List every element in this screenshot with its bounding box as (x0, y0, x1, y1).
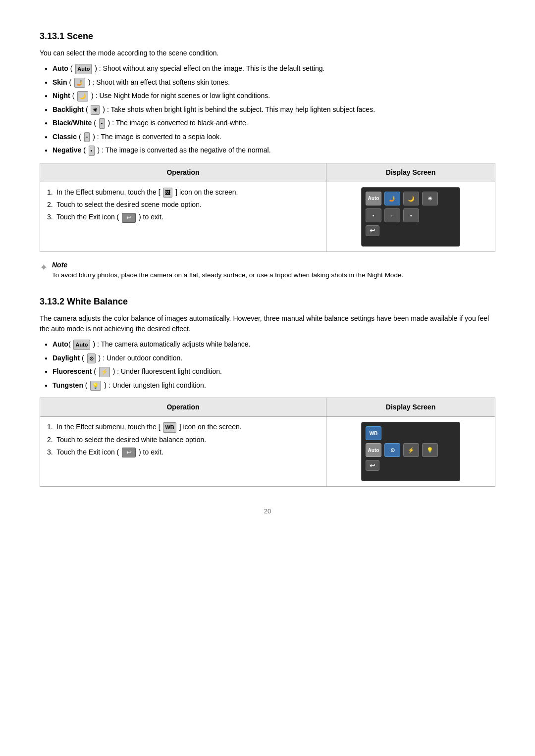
wb-ds-fluorescent: ⚡ (403, 443, 419, 457)
term-skin: Skin (53, 78, 67, 86)
list-item: Classic ( ▫ ) : The image is converted t… (45, 132, 495, 143)
bw-icon: ▪ (99, 118, 105, 129)
exit-icon-wb: ↩ (122, 448, 136, 457)
scene-intro: You can select the mode according to the… (40, 48, 495, 58)
negative-desc: : The image is converted as the negative… (102, 146, 270, 154)
backlight-icon: ☀ (91, 105, 100, 115)
wb-table-header: Operation Display Screen (40, 398, 495, 417)
backlight-desc: : Take shots when bright light is behind… (107, 105, 375, 113)
wb-icon-inline: WB (163, 422, 176, 433)
wb-op-header: Operation (40, 398, 326, 416)
list-item: Backlight ( ☀ ) : Take shots when bright… (45, 104, 495, 115)
tungsten-desc: : Under tungsten light condition. (108, 381, 206, 389)
bw-desc: : The image is converted to black-and-wh… (112, 119, 248, 127)
wb-ds-tungsten: 💡 (422, 443, 438, 457)
term-tungsten: Tungsten (53, 381, 83, 389)
effect-icon-scene: 🖼 (163, 188, 172, 198)
scene-table-header: Operation Display Screen (40, 163, 495, 182)
ds-exit-icon-scene: ↩ (366, 225, 379, 236)
exit-icon-scene: ↩ (122, 213, 136, 223)
scene-operations: 1. In the Effect submenu, touch the [ 🖼 … (40, 182, 326, 252)
term-negative: Negative (53, 146, 81, 154)
list-item: Fluorescent ( ⚡ ) : Under fluorescent li… (45, 366, 495, 377)
list-item: Night ( 🌙 ) : Use Night Mode for night s… (45, 91, 495, 101)
term-fluorescent: Fluorescent (53, 367, 92, 375)
scene-heading: 3.13.1 Scene (40, 30, 495, 43)
skin-desc: : Shoot with an effect that softens skin… (92, 78, 230, 86)
fluorescent-icon: ⚡ (99, 367, 110, 377)
wb-auto-icon: Auto (73, 340, 90, 350)
negative-icon: ▪ (89, 146, 95, 156)
wb-table-body: 1. In the Effect submenu, touch the [ WB… (40, 417, 495, 486)
wb-op-item-3: 3. Touch the Exit icon ( ↩ ) to exit. (47, 447, 319, 457)
wb-heading: 3.13.2 White Balance (40, 295, 495, 308)
wb-operations: 1. In the Effect submenu, touch the [ WB… (40, 417, 326, 486)
list-item: Negative ( ▪ ) : The image is converted … (45, 145, 495, 156)
page-number: 20 (40, 506, 495, 516)
ds-skin-icon: 🤳 (384, 192, 400, 205)
ds-night-icon: 🌙 (403, 192, 419, 205)
ds-exit-icon-wb: ↩ (366, 460, 379, 471)
op-item-3: 3. Touch the Exit icon ( ↩ ) to exit. (47, 212, 319, 222)
scene-screen-row1: Auto 🤳 🌙 ☀ (366, 192, 456, 205)
scene-bullet-list: Auto ( Auto ) : Shoot without any specia… (40, 63, 495, 156)
wb-ds-auto: Auto (366, 443, 381, 457)
scene-table-body: 1. In the Effect submenu, touch the [ 🖼 … (40, 182, 495, 252)
note-sun-icon: ✦ (40, 260, 48, 275)
wb-bullet-list: Auto( Auto ) : The camera automatically … (40, 339, 495, 391)
night-desc: : Use Night Mode for night scenes or low… (96, 92, 270, 100)
ds-classic-icon: ▫ (384, 208, 400, 222)
list-item: Auto ( Auto ) : Shoot without any specia… (45, 63, 495, 74)
wb-table: Operation Display Screen 1. In the Effec… (40, 398, 495, 487)
list-item: Skin ( 🤳 ) : Shoot with an effect that s… (45, 77, 495, 88)
tungsten-icon: 💡 (90, 381, 101, 391)
wb-screen-mockup: WB Auto ⊙ ⚡ 💡 ↩ (361, 422, 460, 481)
term-bw: Black/White (53, 119, 92, 127)
note-label: Note (52, 261, 67, 269)
term-auto: Auto (53, 64, 68, 72)
night-icon: 🌙 (77, 91, 88, 101)
fluorescent-desc: : Under fluorescent light condition. (117, 367, 222, 375)
ds-negative-icon: ▪ (403, 208, 419, 222)
ds-header: Display Screen (326, 163, 495, 182)
daylight-icon: ⊙ (87, 353, 96, 364)
auto-icon: Auto (75, 64, 92, 74)
term-wb-auto: Auto (53, 340, 68, 348)
op-item-2: 2. Touch to select the desired scene mod… (47, 200, 319, 210)
note-body: To avoid blurry photos, place the camera… (52, 270, 403, 280)
ds-bw-icon: ▪ (366, 208, 381, 222)
wb-op-item-2: 2. Touch to select the desired white bal… (47, 435, 319, 445)
wb-screen-row1: Auto ⊙ ⚡ 💡 (366, 443, 456, 457)
scene-screen-mockup: Auto 🤳 🌙 ☀ ▪ ▫ ▪ ↩ (361, 187, 460, 247)
wb-ds-daylight: ⊙ (384, 443, 400, 457)
scene-table: Operation Display Screen 1. In the Effec… (40, 163, 495, 252)
list-item: Daylight ( ⊙ ) : Under outdoor condition… (45, 353, 495, 364)
scene-screen-row3: ↩ (366, 225, 456, 236)
wb-ds-header: Display Screen (326, 398, 495, 416)
skin-icon: 🤳 (74, 78, 85, 88)
op-item-1: 1. In the Effect submenu, touch the [ 🖼 … (47, 187, 319, 198)
note-content: Note To avoid blurry photos, place the c… (52, 260, 403, 280)
daylight-desc: : Under outdoor condition. (103, 354, 182, 362)
scene-note: ✦ Note To avoid blurry photos, place the… (40, 260, 495, 280)
white-balance-section: 3.13.2 White Balance The camera adjusts … (40, 295, 495, 487)
auto-desc: : Shoot without any special effect on th… (99, 64, 325, 72)
wb-screen-row2: ↩ (366, 460, 456, 471)
wb-intro: The camera adjusts the color balance of … (40, 313, 495, 334)
wb-screen-label-row: WB (366, 426, 456, 440)
wb-display-screen: WB Auto ⊙ ⚡ 💡 ↩ (326, 417, 495, 486)
term-daylight: Daylight (53, 354, 80, 362)
op-header: Operation (40, 163, 326, 182)
term-backlight: Backlight (53, 105, 84, 113)
scene-display-screen: Auto 🤳 🌙 ☀ ▪ ▫ ▪ ↩ (326, 182, 495, 252)
list-item: Black/White ( ▪ ) : The image is convert… (45, 118, 495, 129)
ds-auto-icon: Auto (366, 192, 381, 205)
wb-label-icon: WB (366, 426, 381, 440)
classic-desc: : The image is converted to a sepia look… (97, 133, 221, 141)
term-night: Night (53, 92, 70, 100)
wb-auto-desc: : The camera automatically adjusts white… (97, 340, 250, 348)
term-classic: Classic (53, 133, 77, 141)
classic-icon: ▫ (84, 132, 90, 143)
list-item: Auto( Auto ) : The camera automatically … (45, 339, 495, 350)
scene-screen-row2: ▪ ▫ ▪ (366, 208, 456, 222)
